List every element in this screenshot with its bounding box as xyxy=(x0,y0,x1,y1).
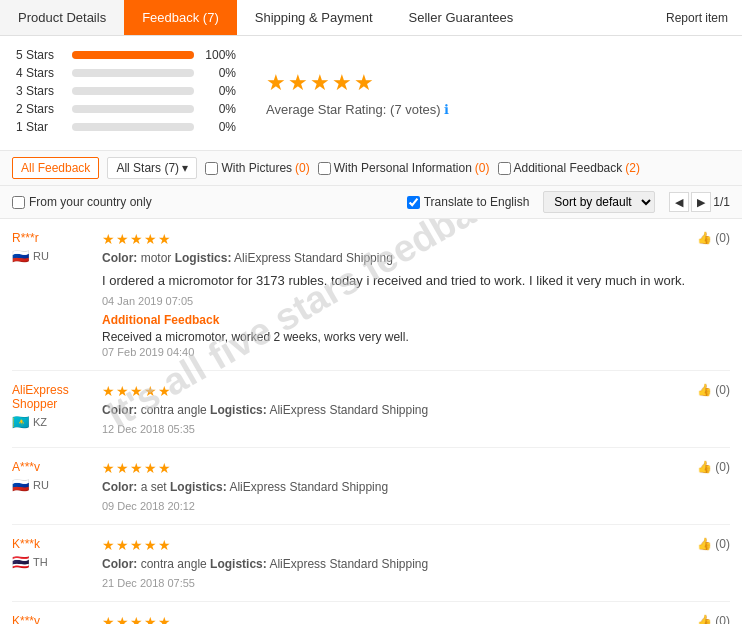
review-stars: ★★★★★ xyxy=(102,537,687,553)
prev-page-btn[interactable]: ◀ xyxy=(669,192,689,212)
like-btn[interactable]: 👍 (0) xyxy=(697,383,730,397)
star-2: ★ xyxy=(288,70,308,96)
review-date: 12 Dec 2018 05:35 xyxy=(102,423,687,435)
review-star: ★ xyxy=(116,537,129,553)
country-code: RU xyxy=(33,479,49,491)
star-bar-row: 4 Stars 0% xyxy=(16,66,236,80)
additional-feedback-check[interactable]: Additional Feedback(2) xyxy=(498,161,640,175)
review-item: K***v 🇷🇺 RU ★★★★★ 👍 (0) xyxy=(12,602,730,625)
review-content: ★★★★★ Color: contra angle Logistics: Ali… xyxy=(102,537,687,589)
bar-bg xyxy=(72,105,194,113)
review-star: ★ xyxy=(130,614,143,625)
review-date: 09 Dec 2018 20:12 xyxy=(102,500,687,512)
additional-feedback: Additional Feedback Received a micromoto… xyxy=(102,313,687,358)
review-date: 04 Jan 2019 07:05 xyxy=(102,295,687,307)
like-btn[interactable]: 👍 (0) xyxy=(697,231,730,245)
filter-bar: All Feedback All Stars (7) ▾ With Pictur… xyxy=(0,150,742,186)
info-icon[interactable]: ℹ xyxy=(444,102,449,117)
reviewer-name[interactable]: A***v xyxy=(12,460,102,474)
additional-feedback-date: 07 Feb 2019 04:40 xyxy=(102,346,687,358)
logistics-label: Logistics: xyxy=(170,480,227,494)
logistics-label: Logistics: xyxy=(175,251,232,265)
review-date: 21 Dec 2018 07:55 xyxy=(102,577,687,589)
star-bar-row: 5 Stars 100% xyxy=(16,48,236,62)
review-star: ★ xyxy=(102,537,115,553)
review-star: ★ xyxy=(144,231,157,247)
report-item-link[interactable]: Report item xyxy=(652,1,742,35)
review-star: ★ xyxy=(144,460,157,476)
reviewer-name[interactable]: AliExpress Shopper xyxy=(12,383,102,411)
review-header: AliExpress Shopper 🇰🇿 KZ ★★★★★ Color: co… xyxy=(12,383,730,435)
star-label: 5 Stars xyxy=(16,48,64,62)
like-btn[interactable]: 👍 (0) xyxy=(697,614,730,625)
star-bars: 5 Stars 100% 4 Stars 0% 3 Stars 0% 2 Sta… xyxy=(16,48,236,138)
flag-icon: 🇹🇭 xyxy=(12,554,29,570)
like-count: (0) xyxy=(715,460,730,474)
reviewer-name[interactable]: R***r xyxy=(12,231,102,245)
review-stars: ★★★★★ xyxy=(102,383,687,399)
color-label: Color: xyxy=(102,557,137,571)
review-content: ★★★★★ xyxy=(102,614,687,625)
review-content: ★★★★★ Color: contra angle Logistics: Ali… xyxy=(102,383,687,435)
tab-product-details[interactable]: Product Details xyxy=(0,0,124,35)
with-personal-check[interactable]: With Personal Information(0) xyxy=(318,161,490,175)
pagination: ◀ ▶ 1/1 xyxy=(669,192,730,212)
with-pictures-checkbox[interactable] xyxy=(205,162,218,175)
next-page-btn[interactable]: ▶ xyxy=(691,192,711,212)
review-star: ★ xyxy=(144,614,157,625)
tab-seller-guarantees[interactable]: Seller Guarantees xyxy=(391,0,532,35)
with-personal-checkbox[interactable] xyxy=(318,162,331,175)
logistics-label: Logistics: xyxy=(210,557,267,571)
reviewer-country: 🇷🇺 RU xyxy=(12,477,102,493)
review-header: K***k 🇹🇭 TH ★★★★★ Color: contra angle Lo… xyxy=(12,537,730,589)
review-star: ★ xyxy=(102,614,115,625)
additional-feedback-text: Received a micromotor, worked 2 weeks, w… xyxy=(102,330,687,344)
review-star: ★ xyxy=(158,383,171,399)
like-btn[interactable]: 👍 (0) xyxy=(697,537,730,551)
reviewer-info: R***r 🇷🇺 RU xyxy=(12,231,102,264)
country-code: RU xyxy=(33,250,49,262)
reviewer-info: A***v 🇷🇺 RU xyxy=(12,460,102,493)
avg-rating: ★ ★ ★ ★ ★ Average Star Rating: (7 votes)… xyxy=(256,48,449,138)
like-btn[interactable]: 👍 (0) xyxy=(697,460,730,474)
bar-fill xyxy=(72,51,194,59)
review-header: K***v 🇷🇺 RU ★★★★★ 👍 (0) xyxy=(12,614,730,625)
review-item: K***k 🇹🇭 TH ★★★★★ Color: contra angle Lo… xyxy=(12,525,730,602)
review-star: ★ xyxy=(116,231,129,247)
review-star: ★ xyxy=(116,614,129,625)
review-stars: ★★★★★ xyxy=(102,614,687,625)
review-stars: ★★★★★ xyxy=(102,231,687,247)
all-stars-btn[interactable]: All Stars (7) ▾ xyxy=(107,157,197,179)
review-star: ★ xyxy=(130,383,143,399)
from-country-check[interactable]: From your country only xyxy=(12,195,152,209)
top-nav: Product Details Feedback (7) Shipping & … xyxy=(0,0,742,36)
star-bar-row: 2 Stars 0% xyxy=(16,102,236,116)
tab-feedback[interactable]: Feedback (7) xyxy=(124,0,237,35)
reviewer-name[interactable]: K***k xyxy=(12,537,102,551)
like-count: (0) xyxy=(715,614,730,625)
review-meta: Color: motor Logistics: AliExpress Stand… xyxy=(102,251,687,265)
from-country-checkbox[interactable] xyxy=(12,196,25,209)
reviewer-info: K***k 🇹🇭 TH xyxy=(12,537,102,570)
review-star: ★ xyxy=(102,383,115,399)
reviewer-country: 🇷🇺 RU xyxy=(12,248,102,264)
translate-checkbox[interactable] xyxy=(407,196,420,209)
all-feedback-btn[interactable]: All Feedback xyxy=(12,157,99,179)
review-header: R***r 🇷🇺 RU ★★★★★ Color: motor Logistics… xyxy=(12,231,730,358)
color-label: Color: xyxy=(102,403,137,417)
review-item: A***v 🇷🇺 RU ★★★★★ Color: a set Logistics… xyxy=(12,448,730,525)
review-star: ★ xyxy=(102,231,115,247)
thumb-icon: 👍 xyxy=(697,231,712,245)
star-pct: 0% xyxy=(202,102,236,116)
tab-shipping[interactable]: Shipping & Payment xyxy=(237,0,391,35)
star-4: ★ xyxy=(332,70,352,96)
star-pct: 100% xyxy=(202,48,236,62)
reviewer-name[interactable]: K***v xyxy=(12,614,102,625)
review-star: ★ xyxy=(158,231,171,247)
sort-select[interactable]: Sort by default xyxy=(543,191,655,213)
additional-feedback-checkbox[interactable] xyxy=(498,162,511,175)
translate-check[interactable]: Translate to English xyxy=(407,195,530,209)
color-label: Color: xyxy=(102,251,137,265)
stars-display: ★ ★ ★ ★ ★ xyxy=(266,70,374,96)
with-pictures-check[interactable]: With Pictures(0) xyxy=(205,161,309,175)
